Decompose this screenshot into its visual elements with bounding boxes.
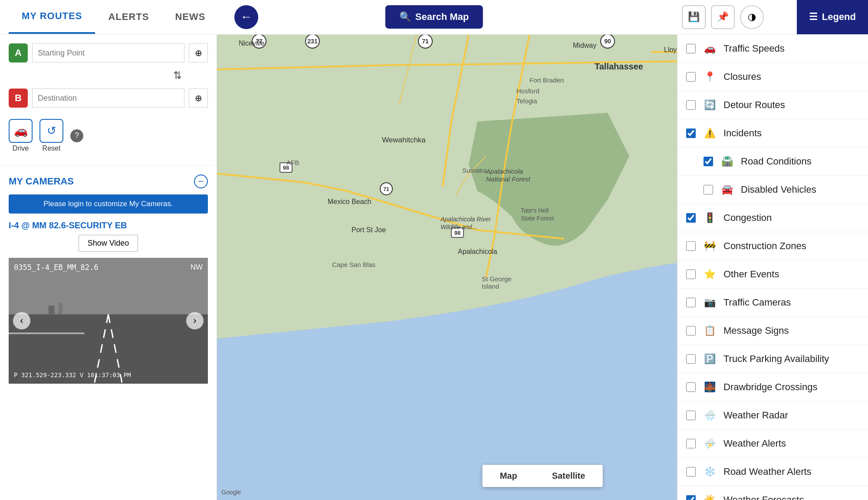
weather-alerts-checkbox[interactable] bbox=[686, 439, 696, 448]
message-signs-label: Message Signs bbox=[723, 325, 789, 336]
road-conditions-label: Road Conditions bbox=[741, 156, 812, 167]
crosshair-icon-dest: ⊕ bbox=[195, 93, 202, 103]
nav-tab-news[interactable]: NEWS bbox=[162, 0, 218, 34]
svg-text:98: 98 bbox=[454, 230, 460, 236]
reset-label: Reset bbox=[43, 145, 61, 152]
help-icon[interactable]: ? bbox=[70, 129, 83, 142]
search-map-button[interactable]: 🔍 Search Map bbox=[385, 5, 483, 29]
legend-panel: 🚗 Traffic Speeds 📍 Closures 🔄 Detour Rou… bbox=[677, 35, 868, 500]
svg-rect-5 bbox=[49, 306, 55, 314]
svg-text:Midway: Midway bbox=[573, 42, 596, 49]
collapse-cameras-button[interactable]: − bbox=[194, 174, 208, 188]
map-toggle: Map Satellite bbox=[483, 465, 603, 487]
camera-feed: 0355_I-4_EB_MM_82.6 NW P 321.529-223.332… bbox=[9, 258, 208, 384]
weather-radar-icon: 🌧️ bbox=[702, 408, 717, 423]
traffic-speeds-label: Traffic Speeds bbox=[723, 43, 785, 54]
weather-forecasts-icon: ☀️ bbox=[702, 492, 717, 500]
traffic-cameras-label: Traffic Cameras bbox=[723, 297, 791, 308]
construction-zones-label: Construction Zones bbox=[723, 240, 806, 252]
starting-point-row: A ⊕ bbox=[9, 43, 208, 62]
search-icon: 🔍 bbox=[399, 11, 411, 23]
nav-tab-alerts[interactable]: ALERTS bbox=[95, 0, 162, 34]
back-button[interactable]: ← bbox=[234, 5, 258, 29]
road-weather-alerts-icon: ❄️ bbox=[702, 464, 717, 480]
end-label: B bbox=[9, 89, 28, 108]
detour-routes-label: Detour Routes bbox=[723, 99, 785, 111]
legend-item-traffic-cameras: 📷 Traffic Cameras bbox=[677, 289, 868, 317]
camera-road-view bbox=[9, 258, 208, 384]
save-map-button[interactable]: 💾 bbox=[682, 5, 706, 29]
cameras-title: MY CAMERAS bbox=[9, 176, 74, 187]
incidents-label: Incidents bbox=[723, 128, 762, 139]
other-events-label: Other Events bbox=[723, 269, 779, 280]
svg-text:Apalachicola: Apalachicola bbox=[458, 248, 497, 255]
starting-point-input[interactable] bbox=[32, 43, 184, 62]
legend-item-weather-radar: 🌧️ Weather Radar bbox=[677, 401, 868, 430]
drive-label: Drive bbox=[13, 145, 29, 152]
message-signs-checkbox[interactable] bbox=[686, 326, 696, 336]
legend-item-incidents: ⚠️ Incidents bbox=[677, 119, 868, 148]
construction-zones-checkbox[interactable] bbox=[686, 241, 696, 251]
disabled-vehicles-checkbox[interactable] bbox=[704, 185, 713, 194]
other-events-checkbox[interactable] bbox=[686, 270, 696, 279]
svg-text:Island: Island bbox=[482, 283, 499, 290]
closures-label: Closures bbox=[723, 71, 761, 82]
svg-text:71: 71 bbox=[422, 38, 429, 45]
svg-text:St George: St George bbox=[482, 275, 511, 283]
road-weather-alerts-checkbox[interactable] bbox=[686, 467, 696, 477]
legend-icon: ☰ bbox=[809, 11, 818, 23]
swap-button[interactable]: ⇅ bbox=[173, 69, 182, 82]
traffic-cameras-checkbox[interactable] bbox=[686, 298, 696, 307]
disabled-vehicles-icon: 🚘 bbox=[719, 182, 735, 197]
traffic-speeds-checkbox[interactable] bbox=[686, 44, 696, 53]
save-icon: 💾 bbox=[688, 11, 700, 23]
camera-link[interactable]: I-4 @ MM 82.6-SECURITY EB bbox=[9, 220, 208, 230]
svg-text:Mexico Beach: Mexico Beach bbox=[328, 198, 372, 205]
carousel-next-button[interactable]: › bbox=[186, 312, 204, 329]
truck-parking-label: Truck Parking Availability bbox=[723, 353, 829, 365]
road-conditions-checkbox[interactable] bbox=[704, 157, 713, 166]
camera-direction: NW bbox=[191, 263, 203, 272]
pin-map-button[interactable]: 📌 bbox=[711, 5, 735, 29]
show-video-button[interactable]: Show Video bbox=[79, 235, 138, 252]
nav-tab-my-routes[interactable]: MY ROUTES bbox=[9, 0, 95, 34]
svg-text:Telogia: Telogia bbox=[516, 97, 537, 105]
disabled-vehicles-label: Disabled Vehicles bbox=[741, 184, 816, 195]
svg-text:Apalachicola River: Apalachicola River bbox=[440, 216, 491, 223]
satellite-view-button[interactable]: Satellite bbox=[535, 465, 603, 487]
closures-checkbox[interactable] bbox=[686, 72, 696, 82]
other-events-icon: ⭐ bbox=[702, 266, 717, 282]
legend-button[interactable]: ☰ Legend bbox=[797, 0, 868, 34]
congestion-checkbox[interactable] bbox=[686, 213, 696, 223]
destination-row: B ⊕ bbox=[9, 89, 208, 108]
drawbridge-checkbox[interactable] bbox=[686, 382, 696, 392]
svg-text:Port St Joe: Port St Joe bbox=[352, 226, 386, 234]
contrast-button[interactable]: ◑ bbox=[740, 5, 764, 29]
detour-routes-checkbox[interactable] bbox=[686, 100, 696, 110]
dest-location-button[interactable]: ⊕ bbox=[189, 89, 208, 108]
cameras-header: MY CAMERAS − bbox=[9, 174, 208, 188]
svg-text:Niceville: Niceville bbox=[239, 39, 265, 47]
weather-forecasts-checkbox[interactable] bbox=[686, 495, 696, 500]
login-banner: Please login to customize My Cameras. bbox=[9, 194, 208, 214]
truck-parking-checkbox[interactable] bbox=[686, 354, 696, 364]
destination-input[interactable] bbox=[32, 89, 184, 108]
route-actions: 🚗 Drive ↺ Reset ? bbox=[9, 115, 208, 157]
carousel-prev-button[interactable]: ‹ bbox=[13, 312, 30, 329]
traffic-speeds-icon: 🚗 bbox=[702, 41, 717, 56]
legend-item-detour-routes: 🔄 Detour Routes bbox=[677, 91, 868, 119]
drawbridge-icon: 🌉 bbox=[702, 379, 717, 395]
legend-item-road-conditions: 🛣️ Road Conditions bbox=[677, 148, 868, 176]
drive-button[interactable]: 🚗 Drive bbox=[9, 119, 33, 152]
svg-text:Tallahassee: Tallahassee bbox=[595, 62, 643, 71]
svg-rect-6 bbox=[59, 303, 62, 314]
start-location-button[interactable]: ⊕ bbox=[189, 43, 208, 62]
map-view-button[interactable]: Map bbox=[483, 465, 535, 487]
incidents-checkbox[interactable] bbox=[686, 128, 696, 138]
legend-item-construction-zones: 🚧 Construction Zones bbox=[677, 232, 868, 260]
reset-button[interactable]: ↺ Reset bbox=[39, 119, 63, 152]
detour-routes-icon: 🔄 bbox=[702, 97, 717, 113]
message-signs-icon: 📋 bbox=[702, 323, 717, 339]
weather-radar-checkbox[interactable] bbox=[686, 411, 696, 420]
legend-items-container: 🚗 Traffic Speeds 📍 Closures 🔄 Detour Rou… bbox=[677, 35, 868, 500]
